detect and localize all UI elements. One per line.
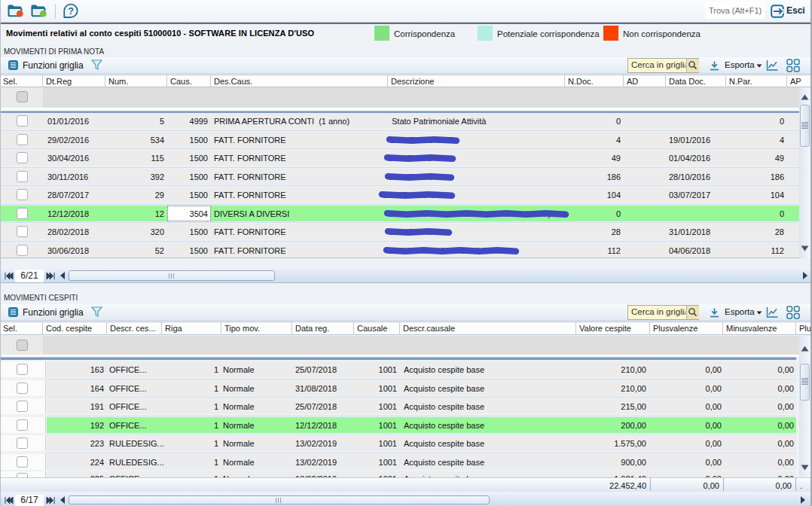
- svg-text:?: ?: [68, 6, 74, 17]
